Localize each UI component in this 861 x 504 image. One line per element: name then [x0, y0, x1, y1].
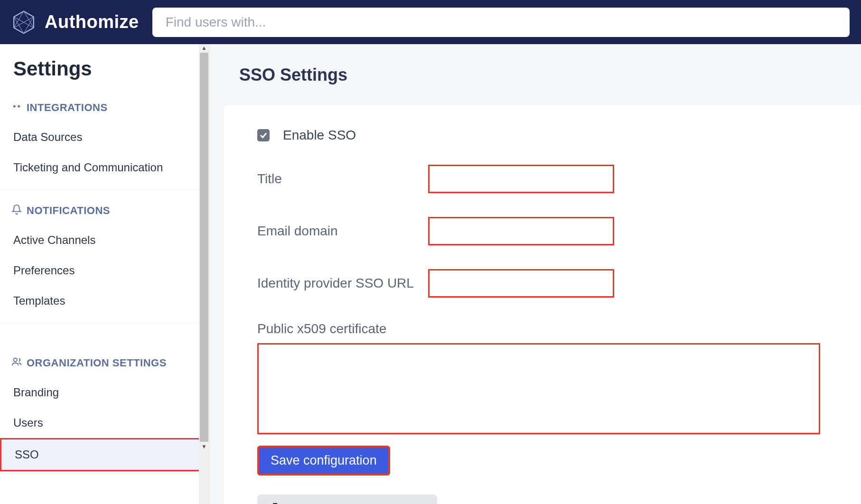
- enable-sso-label: Enable SSO: [283, 128, 356, 143]
- row-email-domain: Email domain: [257, 217, 838, 245]
- nav-group-notifications: NOTIFICATIONS Active Channels Preference…: [0, 199, 209, 323]
- svg-point-1: [14, 358, 17, 362]
- sidebar-item-preferences[interactable]: Preferences: [0, 255, 209, 286]
- row-title: Title: [257, 165, 838, 193]
- section-header-notifications: NOTIFICATIONS: [0, 199, 209, 225]
- save-configuration-button[interactable]: Save configuration: [257, 446, 390, 476]
- people-icon: [11, 356, 22, 370]
- sidebar-item-active-channels[interactable]: Active Channels: [0, 225, 209, 255]
- sidebar-item-branding[interactable]: Branding: [0, 377, 209, 408]
- scroll-up-icon[interactable]: ▲: [201, 44, 207, 52]
- logo-icon: [11, 10, 36, 35]
- settings-card: Enable SSO Title Email domain Identity p…: [224, 105, 861, 504]
- section-header-organization: ORGANIZATION SETTINGS: [0, 352, 209, 377]
- label-idp-url: Identity provider SSO URL: [257, 276, 428, 291]
- main-content: SSO Settings Enable SSO Title Email doma…: [210, 44, 861, 504]
- integrations-icon: [11, 101, 22, 114]
- main-heading: SSO Settings: [210, 65, 861, 105]
- brand-name: Authomize: [45, 12, 139, 32]
- section-label: NOTIFICATIONS: [27, 205, 110, 217]
- nav-group-organization: ORGANIZATION SETTINGS Branding Users SSO: [0, 333, 209, 478]
- search-input[interactable]: [152, 8, 850, 37]
- row-certificate: Public x509 certificate: [257, 321, 838, 434]
- sidebar-item-data-sources[interactable]: Data Sources: [0, 122, 209, 152]
- email-domain-field[interactable]: [428, 217, 614, 245]
- label-title: Title: [257, 171, 428, 187]
- topbar: Authomize: [0, 0, 861, 44]
- row-idp-url: Identity provider SSO URL: [257, 269, 838, 298]
- page-title: Settings: [0, 57, 209, 96]
- idp-url-field[interactable]: [428, 269, 614, 298]
- enable-sso-checkbox[interactable]: [257, 129, 270, 141]
- sidebar-item-users[interactable]: Users: [0, 408, 209, 438]
- external-link-icon: [266, 502, 278, 504]
- bell-icon: [11, 204, 22, 217]
- sidebar-item-sso[interactable]: SSO: [0, 438, 206, 471]
- scroll-thumb[interactable]: [200, 53, 208, 442]
- sso-guide-button[interactable]: SSO Step by Step Guide: [257, 495, 437, 504]
- label-certificate: Public x509 certificate: [257, 321, 838, 336]
- sidebar-scrollbar[interactable]: ▲ ▼: [199, 44, 209, 504]
- enable-row: Enable SSO: [257, 128, 838, 143]
- sidebar-item-ticketing[interactable]: Ticketing and Communication: [0, 152, 209, 183]
- section-label: INTEGRATIONS: [27, 102, 108, 114]
- certificate-field[interactable]: [257, 343, 820, 434]
- scroll-down-icon[interactable]: ▼: [201, 443, 207, 450]
- title-field[interactable]: [428, 165, 614, 193]
- label-email-domain: Email domain: [257, 224, 428, 239]
- section-label: ORGANIZATION SETTINGS: [27, 357, 167, 369]
- sidebar-item-templates[interactable]: Templates: [0, 286, 209, 316]
- section-header-integrations: INTEGRATIONS: [0, 96, 209, 122]
- sidebar: Settings INTEGRATIONS Data Sources Ticke…: [0, 44, 210, 504]
- brand-area: Authomize: [11, 10, 139, 35]
- nav-group-integrations: INTEGRATIONS Data Sources Ticketing and …: [0, 96, 209, 190]
